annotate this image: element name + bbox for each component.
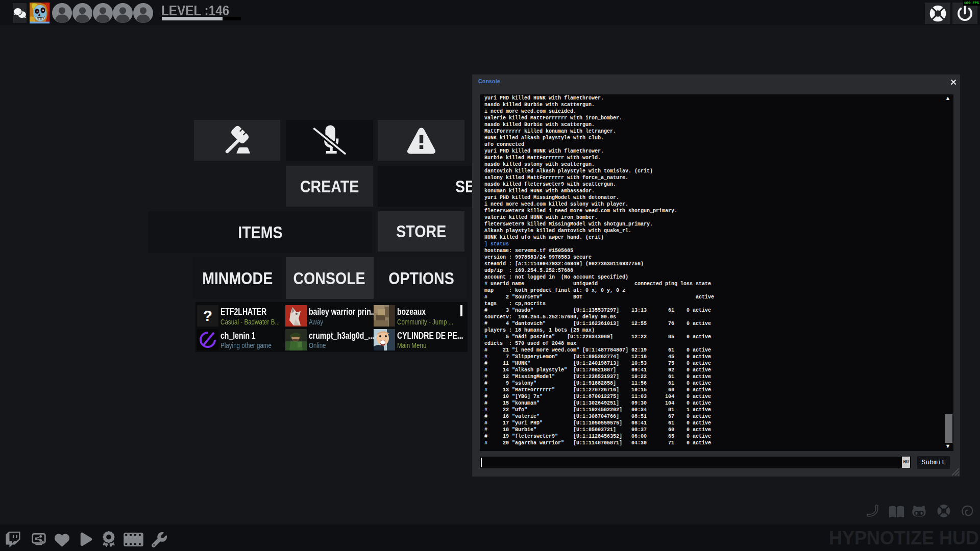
svg-text:?: ? — [203, 307, 212, 324]
